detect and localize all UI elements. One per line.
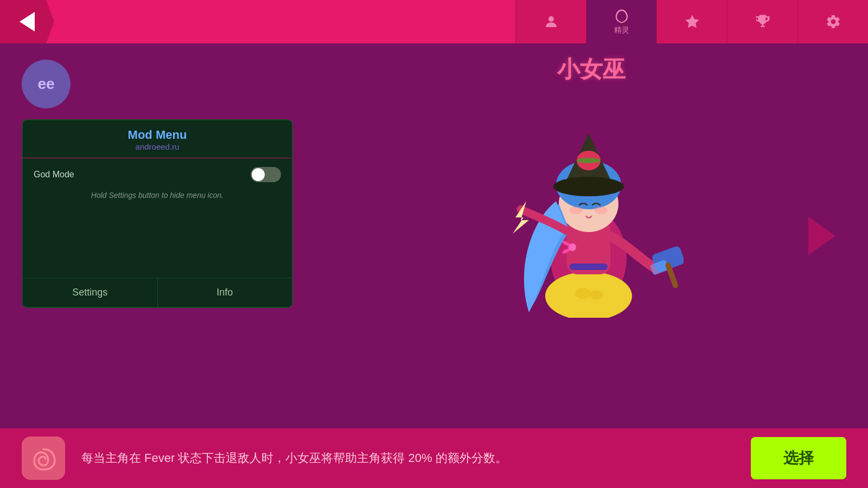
svg-point-14 <box>569 243 576 251</box>
toggle-knob <box>252 168 265 181</box>
mod-menu-subtitle: androeed.ru <box>34 142 281 156</box>
avatar: ee <box>22 60 71 108</box>
mod-menu-title: Mod Menu <box>34 128 281 142</box>
spiral-icon <box>30 445 57 472</box>
svg-point-10 <box>595 207 608 214</box>
left-panel: ee Mod Menu androeed.ru God Mode Hold Se… <box>0 43 315 428</box>
tab-spirit-label: 精灵 <box>614 25 629 35</box>
star-icon <box>684 14 700 30</box>
select-button[interactable]: 选择 <box>751 437 846 479</box>
svg-point-17 <box>590 290 603 300</box>
settings-button[interactable]: Settings <box>23 278 158 307</box>
mod-menu-panel: Mod Menu androeed.ru God Mode Hold Setti… <box>22 119 293 308</box>
next-character-arrow[interactable] <box>808 217 835 255</box>
back-arrow-icon <box>20 12 35 31</box>
top-navigation-bar: 精灵 <box>0 0 868 43</box>
svg-point-16 <box>575 288 591 299</box>
svg-point-6 <box>553 177 624 196</box>
mod-menu-footer: Settings Info <box>23 278 292 307</box>
center-panel: 小女巫 <box>315 43 868 428</box>
info-button[interactable]: Info <box>158 278 292 307</box>
tab-profile[interactable] <box>515 0 586 43</box>
svg-point-8 <box>577 158 601 163</box>
god-mode-row: God Mode <box>34 167 281 182</box>
settings-gear-icon <box>825 14 841 30</box>
hold-settings-hint: Hold Settings button to hide menu icon. <box>34 191 281 200</box>
back-button[interactable] <box>0 0 54 43</box>
tab-settings[interactable] <box>797 0 868 43</box>
svg-point-0 <box>548 16 554 22</box>
tab-spirit[interactable]: 精灵 <box>586 0 656 43</box>
bottom-bar: 每当主角在 Fever 状态下击退敌人时，小女巫将帮助主角获得 20% 的额外分… <box>0 428 868 488</box>
nav-tabs: 精灵 <box>515 0 868 43</box>
svg-rect-15 <box>570 264 608 270</box>
tab-star[interactable] <box>656 0 727 43</box>
god-mode-toggle[interactable] <box>251 167 281 182</box>
tab-trophy[interactable] <box>727 0 797 43</box>
mod-menu-header: Mod Menu androeed.ru <box>23 120 292 158</box>
character-illustration <box>499 101 684 318</box>
person-icon <box>543 14 559 30</box>
mod-menu-body: God Mode Hold Settings button to hide me… <box>23 158 292 278</box>
svg-point-9 <box>570 207 583 214</box>
character-title: 小女巫 <box>557 54 626 85</box>
spirit-icon <box>22 436 65 480</box>
trophy-icon <box>755 14 771 30</box>
spirit-leaf-icon <box>614 8 630 24</box>
main-content-area: ee Mod Menu androeed.ru God Mode Hold Se… <box>0 43 868 428</box>
character-display <box>483 95 700 323</box>
god-mode-label: God Mode <box>34 170 74 179</box>
character-description: 每当主角在 Fever 状态下击退敌人时，小女巫将帮助主角获得 20% 的额外分… <box>81 450 735 467</box>
